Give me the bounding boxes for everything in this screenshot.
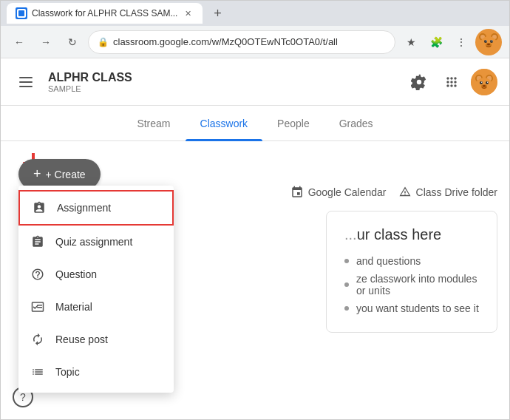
material-label: Material xyxy=(55,301,92,313)
content-area: Google Calendar Class Drive folder ...ur… xyxy=(178,186,497,333)
address-bar[interactable]: 🔒 classroom.google.com/w/MzQ0OTEwNTc0OTA… xyxy=(88,30,395,54)
svg-point-10 xyxy=(487,43,490,44)
forward-button[interactable]: → xyxy=(35,31,57,53)
menu-item-assignment[interactable]: Assignment xyxy=(18,190,174,226)
user-avatar[interactable] xyxy=(471,69,497,95)
card-item-text-2: ze classwork into modules or units xyxy=(356,273,479,297)
tab-favicon xyxy=(16,7,27,19)
tab-classwork[interactable]: Classwork xyxy=(186,106,263,141)
card-item-3: you want students to see it xyxy=(344,299,479,317)
app-subtitle: SAMPLE xyxy=(48,84,397,93)
card-dot-2 xyxy=(344,282,349,287)
question-icon xyxy=(30,267,45,282)
reload-button[interactable]: ↻ xyxy=(61,31,84,53)
app-header: ALPHR CLASS SAMPLE xyxy=(1,58,509,106)
question-label: Question xyxy=(55,268,97,280)
nav-tabs: Stream Classwork People Grades xyxy=(1,106,509,141)
browser-avatar[interactable] xyxy=(475,29,502,55)
class-drive-btn[interactable]: Class Drive folder xyxy=(398,186,497,199)
card-title: ...ur class here xyxy=(344,226,479,243)
quiz-label: Quiz assignment xyxy=(55,236,132,248)
assignment-icon xyxy=(32,200,47,215)
material-icon xyxy=(30,299,45,314)
svg-point-6 xyxy=(490,40,493,43)
card-dot-1 xyxy=(344,259,349,263)
extensions-button[interactable]: 🧩 xyxy=(425,31,447,53)
card-item-text-3: you want students to see it xyxy=(356,302,479,314)
topic-icon xyxy=(30,365,45,379)
topic-label: Topic xyxy=(55,366,80,378)
tab-people[interactable]: People xyxy=(262,106,324,141)
card-item-1: and questions xyxy=(344,252,479,270)
help-icon: ? xyxy=(20,391,26,403)
action-toolbar: Google Calendar Class Drive folder xyxy=(178,186,497,199)
toolbar-actions: ★ 🧩 ⋮ xyxy=(400,29,502,55)
app-title: ALPHR CLASS xyxy=(48,70,397,84)
settings-button[interactable] xyxy=(406,69,432,95)
browser-frame: Classwork for ALPHR CLASS SAM... ✕ + ← →… xyxy=(0,0,510,420)
svg-point-20 xyxy=(480,81,483,84)
content-card: ...ur class here and questions ze classw… xyxy=(326,211,497,333)
create-plus-icon: + xyxy=(33,166,41,182)
menu-item-question[interactable]: Question xyxy=(18,258,174,291)
lock-icon: 🔒 xyxy=(98,37,109,47)
svg-rect-12 xyxy=(19,81,33,83)
browser-titlebar: Classwork for ALPHR CLASS SAM... ✕ + xyxy=(1,1,509,26)
menu-item-reuse[interactable]: Reuse post xyxy=(18,323,174,356)
quiz-icon xyxy=(30,234,45,249)
svg-point-21 xyxy=(486,81,489,84)
dropdown-menu: Assignment Quiz assignment xyxy=(18,186,174,393)
header-icons xyxy=(406,69,497,95)
google-calendar-btn[interactable]: Google Calendar xyxy=(290,186,387,199)
menu-button[interactable]: ⋮ xyxy=(450,31,472,53)
menu-item-material[interactable]: Material xyxy=(18,291,174,323)
tab-title: Classwork for ALPHR CLASS SAM... xyxy=(32,8,177,18)
apps-button[interactable] xyxy=(438,69,465,95)
card-item-2: ze classwork into modules or units xyxy=(344,270,479,299)
tab-stream[interactable]: Stream xyxy=(122,106,185,141)
create-label: + Create xyxy=(46,169,86,180)
svg-point-22 xyxy=(481,81,482,82)
class-drive-label: Class Drive folder xyxy=(416,186,497,198)
browser-tab[interactable]: Classwork for ALPHR CLASS SAM... ✕ xyxy=(7,3,203,24)
card-dot-3 xyxy=(344,306,349,311)
app-title-block: ALPHR CLASS SAMPLE xyxy=(48,70,397,93)
url-text: classroom.google.com/w/MzQ0OTEwNTc0OTA0/… xyxy=(113,36,338,47)
tab-close-button[interactable]: ✕ xyxy=(182,7,194,19)
main-area: + + Create Assignment xyxy=(1,141,509,419)
svg-point-25 xyxy=(483,85,486,87)
google-calendar-label: Google Calendar xyxy=(308,186,387,198)
svg-rect-11 xyxy=(19,77,33,78)
svg-point-5 xyxy=(484,40,487,43)
svg-rect-13 xyxy=(19,86,33,87)
app-content: ALPHR CLASS SAMPLE xyxy=(1,58,509,419)
browser-toolbar: ← → ↻ 🔒 classroom.google.com/w/MzQ0OTEwN… xyxy=(1,26,509,58)
menu-item-topic[interactable]: Topic xyxy=(18,356,174,388)
assignment-label: Assignment xyxy=(57,202,111,214)
svg-point-7 xyxy=(486,40,486,41)
create-button[interactable]: + + Create xyxy=(18,159,101,189)
hamburger-menu[interactable] xyxy=(13,69,39,95)
bookmark-button[interactable]: ★ xyxy=(400,31,422,53)
new-tab-button[interactable]: + xyxy=(207,3,228,24)
back-button[interactable]: ← xyxy=(8,31,30,53)
card-item-text-1: and questions xyxy=(356,255,421,267)
svg-point-23 xyxy=(487,81,488,82)
reuse-label: Reuse post xyxy=(55,333,108,345)
svg-point-8 xyxy=(492,40,492,41)
reuse-icon xyxy=(30,332,45,347)
tab-grades[interactable]: Grades xyxy=(324,106,388,141)
menu-item-quiz[interactable]: Quiz assignment xyxy=(18,226,174,258)
